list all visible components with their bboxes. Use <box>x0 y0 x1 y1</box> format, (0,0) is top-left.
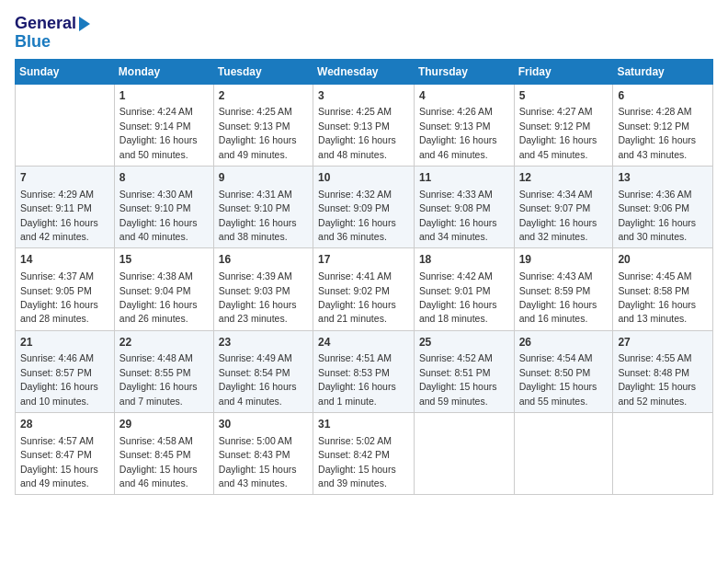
day-info: Sunrise: 4:30 AM Sunset: 9:10 PM Dayligh… <box>119 189 198 242</box>
day-info: Sunrise: 4:48 AM Sunset: 8:55 PM Dayligh… <box>119 352 198 406</box>
day-info: Sunrise: 4:36 AM Sunset: 9:06 PM Dayligh… <box>618 189 696 242</box>
calendar-cell: 13Sunrise: 4:36 AM Sunset: 9:06 PM Dayli… <box>613 166 713 247</box>
day-info: Sunrise: 4:55 AM Sunset: 8:48 PM Dayligh… <box>618 352 696 406</box>
day-number: 10 <box>318 170 409 186</box>
day-number: 29 <box>119 417 209 432</box>
calendar-cell <box>613 413 713 495</box>
page-header: General Blue <box>15 15 713 52</box>
day-number: 9 <box>219 170 308 186</box>
calendar-cell: 21Sunrise: 4:46 AM Sunset: 8:57 PM Dayli… <box>16 330 115 412</box>
calendar-cell: 20Sunrise: 4:45 AM Sunset: 8:58 PM Dayli… <box>613 248 713 330</box>
day-info: Sunrise: 4:49 AM Sunset: 8:54 PM Dayligh… <box>219 352 297 406</box>
calendar-cell: 16Sunrise: 4:39 AM Sunset: 9:03 PM Dayli… <box>213 248 313 330</box>
day-number: 15 <box>119 252 209 268</box>
day-number: 19 <box>519 252 609 268</box>
calendar-cell: 22Sunrise: 4:48 AM Sunset: 8:55 PM Dayli… <box>114 330 213 412</box>
column-header-sunday: Sunday <box>16 59 115 84</box>
day-number: 20 <box>618 252 708 268</box>
calendar-cell: 8Sunrise: 4:30 AM Sunset: 9:10 PM Daylig… <box>114 166 213 247</box>
day-number: 22 <box>119 335 209 350</box>
day-info: Sunrise: 5:02 AM Sunset: 8:42 PM Dayligh… <box>318 435 396 488</box>
day-info: Sunrise: 4:29 AM Sunset: 9:11 PM Dayligh… <box>20 189 98 242</box>
calendar-cell: 2Sunrise: 4:25 AM Sunset: 9:13 PM Daylig… <box>213 84 313 166</box>
calendar-cell: 5Sunrise: 4:27 AM Sunset: 9:12 PM Daylig… <box>514 84 613 166</box>
day-number: 8 <box>119 170 209 186</box>
day-number: 3 <box>318 88 409 104</box>
calendar-cell: 27Sunrise: 4:55 AM Sunset: 8:48 PM Dayli… <box>613 330 713 412</box>
day-info: Sunrise: 4:25 AM Sunset: 9:13 PM Dayligh… <box>219 106 297 159</box>
day-info: Sunrise: 4:33 AM Sunset: 9:08 PM Dayligh… <box>419 189 497 242</box>
calendar-cell: 11Sunrise: 4:33 AM Sunset: 9:08 PM Dayli… <box>414 166 514 247</box>
day-info: Sunrise: 5:00 AM Sunset: 8:43 PM Dayligh… <box>219 435 297 488</box>
calendar-header-row: SundayMondayTuesdayWednesdayThursdayFrid… <box>16 59 713 84</box>
week-row-3: 14Sunrise: 4:37 AM Sunset: 9:05 PM Dayli… <box>16 248 713 330</box>
day-info: Sunrise: 4:42 AM Sunset: 9:01 PM Dayligh… <box>419 270 497 324</box>
day-info: Sunrise: 4:28 AM Sunset: 9:12 PM Dayligh… <box>618 106 696 159</box>
day-number: 30 <box>219 417 308 432</box>
day-info: Sunrise: 4:39 AM Sunset: 9:03 PM Dayligh… <box>219 270 297 324</box>
day-info: Sunrise: 4:24 AM Sunset: 9:14 PM Dayligh… <box>119 106 198 159</box>
day-number: 27 <box>618 335 708 350</box>
day-number: 12 <box>519 170 609 186</box>
day-info: Sunrise: 4:37 AM Sunset: 9:05 PM Dayligh… <box>20 270 98 324</box>
day-info: Sunrise: 4:34 AM Sunset: 9:07 PM Dayligh… <box>519 189 597 242</box>
day-number: 7 <box>20 170 109 186</box>
column-header-wednesday: Wednesday <box>313 59 415 84</box>
calendar-cell: 12Sunrise: 4:34 AM Sunset: 9:07 PM Dayli… <box>514 166 613 247</box>
calendar-cell <box>514 413 613 495</box>
day-info: Sunrise: 4:46 AM Sunset: 8:57 PM Dayligh… <box>20 352 98 406</box>
calendar-cell: 10Sunrise: 4:32 AM Sunset: 9:09 PM Dayli… <box>313 166 415 247</box>
day-number: 24 <box>318 335 409 350</box>
calendar-cell: 24Sunrise: 4:51 AM Sunset: 8:53 PM Dayli… <box>313 330 415 412</box>
day-number: 18 <box>419 252 509 268</box>
logo: General Blue <box>15 15 90 52</box>
week-row-4: 21Sunrise: 4:46 AM Sunset: 8:57 PM Dayli… <box>16 330 713 412</box>
week-row-1: 1Sunrise: 4:24 AM Sunset: 9:14 PM Daylig… <box>16 84 713 166</box>
calendar-cell: 9Sunrise: 4:31 AM Sunset: 9:10 PM Daylig… <box>213 166 313 247</box>
day-info: Sunrise: 4:52 AM Sunset: 8:51 PM Dayligh… <box>419 352 497 406</box>
calendar-cell <box>16 84 115 166</box>
calendar-cell: 25Sunrise: 4:52 AM Sunset: 8:51 PM Dayli… <box>414 330 514 412</box>
calendar-cell: 6Sunrise: 4:28 AM Sunset: 9:12 PM Daylig… <box>613 84 713 166</box>
day-info: Sunrise: 4:41 AM Sunset: 9:02 PM Dayligh… <box>318 270 396 324</box>
calendar-cell: 30Sunrise: 5:00 AM Sunset: 8:43 PM Dayli… <box>213 413 313 495</box>
day-info: Sunrise: 4:54 AM Sunset: 8:50 PM Dayligh… <box>519 352 597 406</box>
day-info: Sunrise: 4:38 AM Sunset: 9:04 PM Dayligh… <box>119 270 198 324</box>
column-header-saturday: Saturday <box>613 59 713 84</box>
day-info: Sunrise: 4:25 AM Sunset: 9:13 PM Dayligh… <box>318 106 396 159</box>
day-number: 28 <box>20 417 109 432</box>
day-number: 11 <box>419 170 509 186</box>
day-number: 4 <box>419 88 509 104</box>
day-info: Sunrise: 4:27 AM Sunset: 9:12 PM Dayligh… <box>519 106 597 159</box>
day-info: Sunrise: 4:43 AM Sunset: 8:59 PM Dayligh… <box>519 270 597 324</box>
day-number: 6 <box>618 88 708 104</box>
calendar-table: SundayMondayTuesdayWednesdayThursdayFrid… <box>15 59 713 496</box>
day-info: Sunrise: 4:26 AM Sunset: 9:13 PM Dayligh… <box>419 106 497 159</box>
calendar-cell: 4Sunrise: 4:26 AM Sunset: 9:13 PM Daylig… <box>414 84 514 166</box>
calendar-cell: 3Sunrise: 4:25 AM Sunset: 9:13 PM Daylig… <box>313 84 415 166</box>
week-row-5: 28Sunrise: 4:57 AM Sunset: 8:47 PM Dayli… <box>16 413 713 495</box>
calendar-cell: 23Sunrise: 4:49 AM Sunset: 8:54 PM Dayli… <box>213 330 313 412</box>
calendar-cell: 28Sunrise: 4:57 AM Sunset: 8:47 PM Dayli… <box>16 413 115 495</box>
calendar-cell: 18Sunrise: 4:42 AM Sunset: 9:01 PM Dayli… <box>414 248 514 330</box>
day-info: Sunrise: 4:31 AM Sunset: 9:10 PM Dayligh… <box>219 189 297 242</box>
day-info: Sunrise: 4:57 AM Sunset: 8:47 PM Dayligh… <box>20 435 98 488</box>
day-info: Sunrise: 4:51 AM Sunset: 8:53 PM Dayligh… <box>318 352 396 406</box>
day-number: 16 <box>219 252 308 268</box>
calendar-cell: 29Sunrise: 4:58 AM Sunset: 8:45 PM Dayli… <box>114 413 213 495</box>
day-number: 21 <box>20 335 109 350</box>
calendar-cell <box>414 413 514 495</box>
day-number: 5 <box>519 88 609 104</box>
day-info: Sunrise: 4:45 AM Sunset: 8:58 PM Dayligh… <box>618 270 696 324</box>
day-number: 17 <box>318 252 409 268</box>
column-header-friday: Friday <box>514 59 613 84</box>
day-number: 2 <box>219 88 308 104</box>
week-row-2: 7Sunrise: 4:29 AM Sunset: 9:11 PM Daylig… <box>16 166 713 247</box>
day-number: 14 <box>20 252 109 268</box>
day-number: 1 <box>119 88 209 104</box>
calendar-cell: 26Sunrise: 4:54 AM Sunset: 8:50 PM Dayli… <box>514 330 613 412</box>
calendar-cell: 15Sunrise: 4:38 AM Sunset: 9:04 PM Dayli… <box>114 248 213 330</box>
calendar-cell: 14Sunrise: 4:37 AM Sunset: 9:05 PM Dayli… <box>16 248 115 330</box>
column-header-tuesday: Tuesday <box>213 59 313 84</box>
column-header-thursday: Thursday <box>414 59 514 84</box>
